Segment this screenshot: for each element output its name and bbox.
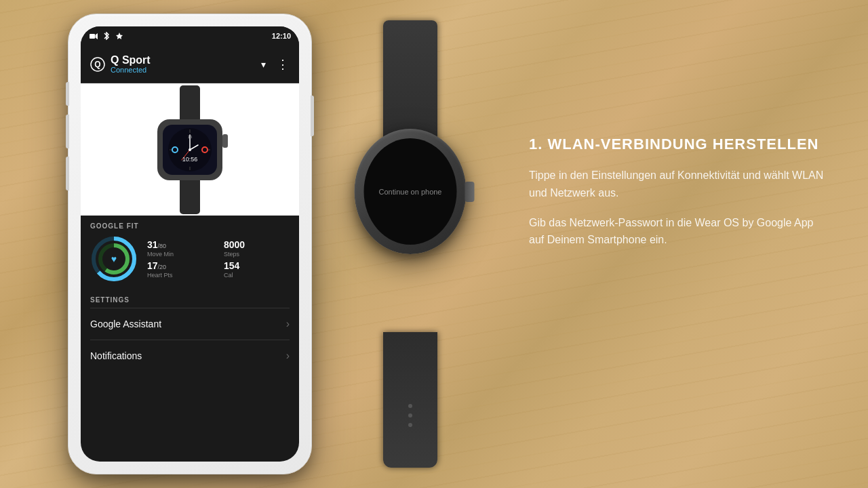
fit-content: ♥ 31/80 Move Min 8000 Steps bbox=[90, 235, 290, 283]
fit-stat-cal: 154 Cal bbox=[224, 260, 290, 279]
video-icon bbox=[89, 33, 98, 39]
svg-rect-6 bbox=[180, 177, 200, 214]
svg-rect-8 bbox=[222, 134, 228, 148]
smartwatch-screen-text: Continue on phone bbox=[379, 188, 442, 196]
watch-image: 10:56 15 bbox=[142, 85, 237, 214]
strap-dot-3 bbox=[408, 423, 412, 427]
phone: 12:10 Q Q Sport Connected ▾ ⋮ bbox=[68, 14, 312, 474]
status-left-icons bbox=[89, 33, 124, 39]
google-fit-title: GOOGLE FIT bbox=[90, 222, 290, 230]
cal-label: Cal bbox=[224, 272, 290, 279]
svg-point-18 bbox=[189, 148, 191, 151]
google-assistant-arrow: › bbox=[286, 318, 290, 330]
strap-dots bbox=[408, 404, 412, 427]
google-assistant-label: Google Assistant bbox=[90, 319, 161, 329]
app-subtitle: Connected bbox=[111, 66, 261, 74]
app-logo: Q bbox=[90, 57, 105, 72]
app-title-container: Q Sport Connected bbox=[111, 54, 261, 75]
google-fit-section: GOOGLE FIT bbox=[81, 216, 299, 289]
move-min-value: 31/80 bbox=[147, 239, 213, 251]
status-bar: 12:10 bbox=[81, 26, 299, 45]
svg-marker-1 bbox=[96, 33, 98, 39]
settings-item-google-assistant[interactable]: Google Assistant › bbox=[90, 308, 290, 340]
data-icon bbox=[115, 33, 124, 39]
smartwatch-screen: Continue on phone bbox=[364, 138, 457, 245]
heart-pts-value: 17/20 bbox=[147, 260, 213, 272]
instructions-paragraph-2: Gib das Netzwerk-Passwort in die Wear OS… bbox=[529, 214, 827, 249]
svg-rect-5 bbox=[180, 85, 200, 123]
instructions-heading: 1. WLAN-VERBINDUNG HERSTELLEN bbox=[529, 136, 827, 153]
activity-rings: ♥ bbox=[90, 235, 138, 283]
menu-button[interactable]: ⋮ bbox=[277, 57, 290, 72]
instructions-paragraph-1: Tippe in den Einstellungen auf Konnektiv… bbox=[529, 167, 827, 201]
move-min-label: Move Min bbox=[147, 251, 213, 258]
settings-title: SETTINGS bbox=[90, 296, 290, 304]
instructions: 1. WLAN-VERBINDUNG HERSTELLEN Tippe in d… bbox=[529, 136, 827, 261]
fit-stats: 31/80 Move Min 8000 Steps 17/20 Heart Pt… bbox=[147, 239, 290, 279]
svg-text:♥: ♥ bbox=[111, 253, 117, 264]
fit-stat-move: 31/80 Move Min bbox=[147, 239, 213, 258]
settings-section: SETTINGS Google Assistant › Notification… bbox=[81, 289, 299, 371]
smartwatch: Continue on phone bbox=[332, 20, 488, 468]
dropdown-button[interactable]: ▾ bbox=[261, 59, 266, 70]
svg-text:15: 15 bbox=[188, 135, 193, 139]
phone-screen: 12:10 Q Q Sport Connected ▾ ⋮ bbox=[81, 26, 299, 462]
watch-preview: 10:56 15 bbox=[81, 83, 299, 216]
heart-pts-label: Heart Pts bbox=[147, 272, 213, 279]
smartwatch-body: Continue on phone bbox=[355, 129, 467, 254]
volume-down-button bbox=[66, 115, 69, 148]
smartwatch-crown bbox=[465, 182, 475, 202]
svg-text:10:56: 10:56 bbox=[182, 156, 198, 163]
steps-value: 8000 bbox=[224, 239, 290, 251]
svg-text:Q: Q bbox=[94, 60, 100, 69]
svg-rect-0 bbox=[90, 34, 95, 39]
notifications-arrow: › bbox=[286, 350, 290, 362]
phone-body: 12:10 Q Q Sport Connected ▾ ⋮ bbox=[68, 14, 312, 474]
bluetooth-icon bbox=[102, 33, 111, 39]
svg-marker-2 bbox=[116, 33, 123, 39]
cal-value: 154 bbox=[224, 260, 290, 272]
silent-button bbox=[66, 157, 69, 190]
steps-label: Steps bbox=[224, 251, 290, 258]
app-bar: Q Q Sport Connected ▾ ⋮ bbox=[81, 45, 299, 83]
move-min-unit: /80 bbox=[158, 243, 167, 249]
app-title: Q Sport bbox=[111, 54, 261, 66]
power-button bbox=[311, 96, 314, 136]
heart-pts-unit: /20 bbox=[158, 264, 167, 270]
status-time: 12:10 bbox=[272, 32, 291, 40]
strap-dot-2 bbox=[408, 413, 412, 418]
fit-stat-heart: 17/20 Heart Pts bbox=[147, 260, 213, 279]
volume-up-button bbox=[66, 82, 69, 106]
notifications-label: Notifications bbox=[90, 350, 142, 361]
strap-dot-1 bbox=[408, 404, 412, 408]
fit-stat-steps: 8000 Steps bbox=[224, 239, 290, 258]
smartwatch-strap-bottom bbox=[383, 332, 437, 468]
settings-item-notifications[interactable]: Notifications › bbox=[90, 340, 290, 371]
